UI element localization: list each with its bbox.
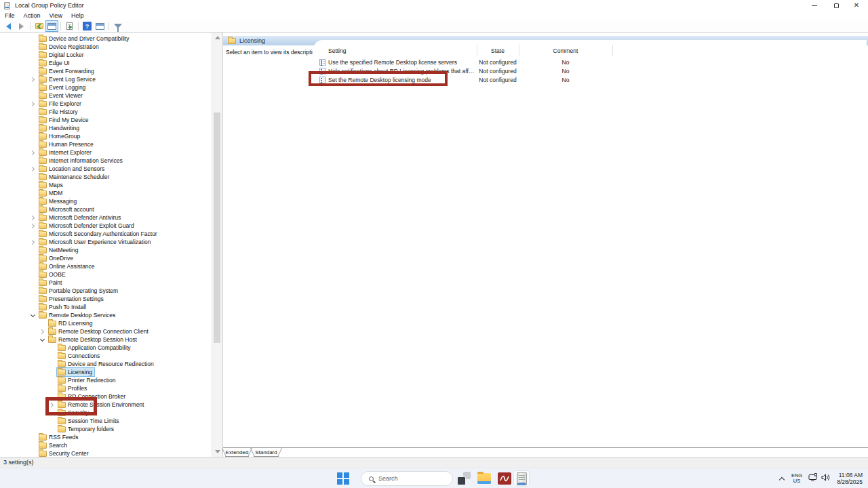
tree-item-label: Edge UI	[49, 60, 70, 66]
tree-item-onedrive[interactable]: OneDrive	[0, 254, 212, 262]
setting-row-use-the-specified-remote-desktop-license-servers[interactable]: Use the specified Remote Desktop license…	[313, 58, 867, 66]
menu-help[interactable]: Help	[71, 12, 89, 19]
chevron-right-icon[interactable]	[28, 151, 37, 155]
tree-item-online-assistance[interactable]: Online Assistance	[0, 262, 212, 270]
back-icon[interactable]	[3, 21, 14, 31]
setting-state: Not configured	[477, 68, 519, 75]
taskbar-app-group-policy-editor[interactable]	[513, 470, 530, 487]
tree-scrollbar[interactable]	[212, 33, 221, 457]
tree-item-event-log-service[interactable]: Event Log Service	[0, 75, 212, 83]
forward-icon[interactable]	[16, 21, 27, 31]
chevron-right-icon[interactable]	[28, 224, 37, 228]
tree-item-maps[interactable]: Maps	[0, 181, 212, 189]
window-icon[interactable]	[94, 21, 106, 31]
scroll-up-icon[interactable]	[215, 36, 220, 39]
tree-item-label: Remote Desktop Session Host	[58, 336, 137, 343]
folder-up-icon[interactable]	[33, 21, 45, 31]
tree-item-presentation-settings[interactable]: Presentation Settings	[0, 295, 212, 303]
setting-comment: No	[519, 59, 612, 66]
file-explorer-folder-icon	[477, 473, 491, 484]
tree-item-event-forwarding[interactable]: Event Forwarding	[0, 67, 212, 75]
tree-item-file-explorer[interactable]: File Explorer	[0, 100, 212, 108]
folder-icon	[39, 52, 47, 58]
tree-item-oobe[interactable]: OOBE	[0, 270, 212, 279]
tree-item-messaging[interactable]: Messaging	[0, 197, 212, 205]
system-tray: ENG US 11:08 AM 8/28/2025	[778, 468, 863, 488]
chevron-down-icon[interactable]	[38, 338, 47, 342]
tree-item-human-presence[interactable]: Human Presence	[0, 140, 212, 148]
tree-item-security-center[interactable]: Security Center	[0, 449, 212, 457]
chevron-right-icon[interactable]	[28, 241, 37, 244]
chevron-right-icon[interactable]	[28, 78, 37, 81]
tree-item-printer-redirection[interactable]: Printer Redirection	[0, 376, 212, 384]
column-header-comment[interactable]: Comment	[519, 47, 612, 54]
chevron-right-icon[interactable]	[28, 216, 37, 220]
hidden-icons-chevron[interactable]	[778, 475, 785, 482]
menu-file[interactable]: File	[5, 12, 20, 19]
filter-icon[interactable]	[112, 21, 123, 31]
tab-standard[interactable]: Standard	[252, 448, 280, 457]
tree-item-label: Connections	[68, 352, 100, 359]
volume-icon[interactable]	[821, 472, 831, 485]
tree-item-handwriting[interactable]: Handwriting	[0, 124, 212, 132]
tree-item-label: Licensing	[68, 369, 92, 375]
tree-item-device-and-driver-compatibility[interactable]: Device and Driver Compatibility	[0, 35, 212, 43]
folder-icon	[58, 418, 66, 424]
export-list-icon[interactable]	[64, 21, 75, 31]
setting-state: Not configured	[477, 77, 519, 83]
tree-item-digital-locker[interactable]: Digital Locker	[0, 51, 212, 59]
tree-item-device-and-resource-redirection[interactable]: Device and Resource Redirection	[0, 360, 212, 368]
taskbar-clock[interactable]: 11:08 AM 8/28/2025	[837, 472, 863, 485]
menu-action[interactable]: Action	[24, 12, 45, 19]
tree-item-mdm[interactable]: MDM	[0, 189, 212, 197]
scrollbar-thumb[interactable]	[214, 113, 220, 343]
chevron-down-icon[interactable]	[28, 313, 37, 318]
minimize-button[interactable]	[804, 0, 825, 11]
chevron-right-icon[interactable]	[47, 403, 56, 407]
close-button[interactable]: ✕	[846, 0, 867, 11]
scroll-down-icon[interactable]	[215, 450, 220, 453]
chevron-right-icon[interactable]	[38, 330, 47, 333]
menu-view[interactable]: View	[50, 12, 67, 19]
tree-item-remote-desktop-services[interactable]: Remote Desktop Services	[0, 311, 212, 319]
tree-item-file-history[interactable]: File History	[0, 108, 212, 116]
folder-icon	[39, 190, 47, 197]
taskbar-app-task-view[interactable]	[456, 470, 472, 487]
tree-item-label: Paint	[49, 279, 62, 286]
tree-item-netmeeting[interactable]: NetMeeting	[0, 246, 212, 254]
network-icon[interactable]	[808, 472, 818, 485]
tree-item-homegroup[interactable]: HomeGroup	[0, 132, 212, 140]
tree-item-microsoft-user-experience-virtualization[interactable]: Microsoft User Experience Virtualization	[0, 238, 212, 246]
column-header-state[interactable]: State	[477, 47, 519, 54]
tree-item-event-logging[interactable]: Event Logging	[0, 83, 212, 92]
tree-item-application-compatibility[interactable]: Application Compatibility	[0, 344, 212, 352]
tree-item-edge-ui[interactable]: Edge UI	[0, 59, 212, 67]
tree-item-search[interactable]: Search	[0, 441, 212, 449]
panel-divider[interactable]	[222, 33, 222, 457]
column-header-setting[interactable]: Setting	[328, 47, 346, 54]
tray-time: 11:08 AM	[839, 472, 863, 479]
tree-item-remote-session-environment[interactable]: Remote Session Environment	[0, 401, 212, 409]
taskbar-app-file-explorer[interactable]	[476, 470, 492, 487]
maximize-button[interactable]	[826, 0, 846, 11]
setting-row-hide-notifications-about-rd-licensing-problems-that-affect-t[interactable]: Hide notifications about RD Licensing pr…	[313, 66, 867, 75]
folder-icon	[228, 38, 236, 44]
tab-extended[interactable]: Extended	[224, 448, 250, 457]
help-icon[interactable]: ?	[81, 21, 93, 31]
console-tree-icon[interactable]	[46, 21, 58, 31]
taskbar-app-performance-app[interactable]	[496, 470, 513, 487]
tree-item-label: Application Compatibility	[68, 344, 131, 351]
setting-row-set-the-remote-desktop-licensing-mode[interactable]: Set the Remote Desktop licensing modeNot…	[313, 75, 867, 84]
language-indicator[interactable]: ENG US	[791, 473, 802, 484]
tree-item-device-registration[interactable]: Device Registration	[0, 43, 212, 51]
start-button[interactable]	[337, 472, 349, 485]
chevron-right-icon[interactable]	[28, 167, 37, 171]
tree-item-label: Profiles	[68, 385, 87, 392]
tree-item-rss-feeds[interactable]: RSS Feeds	[0, 433, 212, 441]
taskbar-search[interactable]: Search	[361, 471, 453, 486]
chevron-right-icon[interactable]	[28, 102, 37, 106]
tree-item-maintenance-scheduler[interactable]: Maintenance Scheduler	[0, 173, 212, 181]
tree-item-temporary-folders[interactable]: Temporary folders	[0, 425, 212, 433]
tree-item-find-my-device[interactable]: Find My Device	[0, 116, 212, 124]
tree-item-event-viewer[interactable]: Event Viewer	[0, 92, 212, 100]
